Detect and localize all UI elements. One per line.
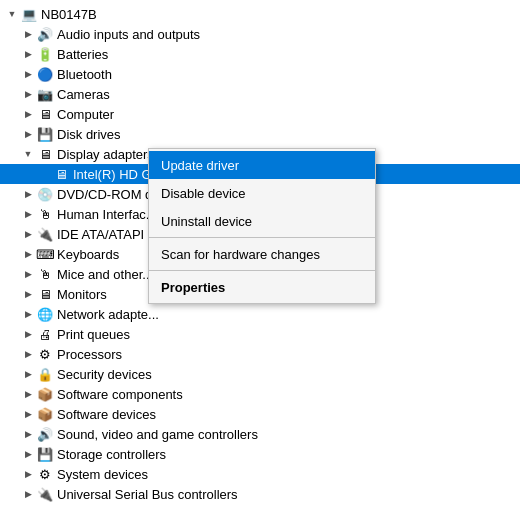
expand-btn-audio[interactable] [20,26,36,42]
expand-btn-ideata[interactable] [20,226,36,242]
menu-item-scan-hardware[interactable]: Scan for hardware changes [149,240,375,268]
tree-label-securitydevices: Security devices [57,367,520,382]
tree-item-diskdrives[interactable]: 💾Disk drives [0,124,520,144]
tree-label-softwaredevices: Software devices [57,407,520,422]
expand-btn-monitors[interactable] [20,286,36,302]
tree-label-usb: Universal Serial Bus controllers [57,487,520,502]
tree-label-processors: Processors [57,347,520,362]
device-icon-computer: 🖥 [36,105,54,123]
tree-item-sound[interactable]: 🔊Sound, video and game controllers [0,424,520,444]
tree-item-storagecontrollers[interactable]: 💾Storage controllers [0,444,520,464]
device-icon-mice: 🖱 [36,265,54,283]
expand-btn-computer[interactable] [20,106,36,122]
tree-label-sound: Sound, video and game controllers [57,427,520,442]
tree-label-storagecontrollers: Storage controllers [57,447,520,462]
tree-item-batteries[interactable]: 🔋Batteries [0,44,520,64]
device-icon-displayadapters: 🖥 [36,145,54,163]
tree-item-nb0147b[interactable]: 💻NB0147B [0,4,520,24]
device-icon-storagecontrollers: 💾 [36,445,54,463]
device-icon-nb0147b: 💻 [20,5,38,23]
menu-item-disable-device[interactable]: Disable device [149,179,375,207]
expand-btn-storagecontrollers[interactable] [20,446,36,462]
menu-divider-2 [149,270,375,271]
menu-item-properties[interactable]: Properties [149,273,375,301]
device-icon-keyboards: ⌨ [36,245,54,263]
device-icon-usb: 🔌 [36,485,54,503]
tree-item-networkadapters[interactable]: 🌐Network adapte... [0,304,520,324]
device-icon-cameras: 📷 [36,85,54,103]
device-icon-batteries: 🔋 [36,45,54,63]
expand-btn-printqueues[interactable] [20,326,36,342]
expand-btn-sound[interactable] [20,426,36,442]
device-icon-printqueues: 🖨 [36,325,54,343]
device-icon-securitydevices: 🔒 [36,365,54,383]
expand-btn-processors[interactable] [20,346,36,362]
expand-btn-bluetooth[interactable] [20,66,36,82]
menu-item-update-driver[interactable]: Update driver [149,151,375,179]
expand-btn-securitydevices[interactable] [20,366,36,382]
expand-btn-usb[interactable] [20,486,36,502]
expand-btn-mice[interactable] [20,266,36,282]
expand-btn-nb0147b[interactable] [4,6,20,22]
device-icon-diskdrives: 💾 [36,125,54,143]
tree-item-systemdevices[interactable]: ⚙System devices [0,464,520,484]
expand-btn-diskdrives[interactable] [20,126,36,142]
tree-item-computer[interactable]: 🖥Computer [0,104,520,124]
menu-divider-1 [149,237,375,238]
context-menu: Update driverDisable deviceUninstall dev… [148,148,376,304]
tree-item-audio[interactable]: 🔊Audio inputs and outputs [0,24,520,44]
tree-label-bluetooth: Bluetooth [57,67,520,82]
expand-btn-networkadapters[interactable] [20,306,36,322]
tree-label-batteries: Batteries [57,47,520,62]
tree-item-usb[interactable]: 🔌Universal Serial Bus controllers [0,484,520,504]
tree-item-bluetooth[interactable]: 🔵Bluetooth [0,64,520,84]
tree-item-cameras[interactable]: 📷Cameras [0,84,520,104]
tree-item-processors[interactable]: ⚙Processors [0,344,520,364]
expand-btn-batteries[interactable] [20,46,36,62]
expand-btn-keyboards[interactable] [20,246,36,262]
device-icon-processors: ⚙ [36,345,54,363]
tree-label-computer: Computer [57,107,520,122]
tree-label-diskdrives: Disk drives [57,127,520,142]
device-icon-dvdcd: 💿 [36,185,54,203]
device-icon-networkadapters: 🌐 [36,305,54,323]
device-icon-sound: 🔊 [36,425,54,443]
expand-btn-dvdcd[interactable] [20,186,36,202]
expand-btn-systemdevices[interactable] [20,466,36,482]
device-icon-ideata: 🔌 [36,225,54,243]
expand-btn-humaninterface[interactable] [20,206,36,222]
device-icon-monitors: 🖥 [36,285,54,303]
tree-item-printqueues[interactable]: 🖨Print queues [0,324,520,344]
menu-item-uninstall-device[interactable]: Uninstall device [149,207,375,235]
tree-label-cameras: Cameras [57,87,520,102]
expand-btn-displayadapters[interactable] [20,146,36,162]
tree-label-networkadapters: Network adapte... [57,307,520,322]
device-manager-tree: 💻NB0147B🔊Audio inputs and outputs🔋Batter… [0,0,520,522]
device-icon-intelhd: 🖥 [52,165,70,183]
tree-label-systemdevices: System devices [57,467,520,482]
device-icon-bluetooth: 🔵 [36,65,54,83]
tree-label-printqueues: Print queues [57,327,520,342]
tree-label-nb0147b: NB0147B [41,7,520,22]
device-icon-softwaredevices: 📦 [36,405,54,423]
tree-item-softwarecomponents[interactable]: 📦Software components [0,384,520,404]
expand-btn-softwaredevices[interactable] [20,406,36,422]
tree-item-softwaredevices[interactable]: 📦Software devices [0,404,520,424]
device-icon-humaninterface: 🖱 [36,205,54,223]
tree-label-audio: Audio inputs and outputs [57,27,520,42]
tree-label-softwarecomponents: Software components [57,387,520,402]
device-icon-systemdevices: ⚙ [36,465,54,483]
expand-btn-cameras[interactable] [20,86,36,102]
expand-btn-softwarecomponents[interactable] [20,386,36,402]
tree-item-securitydevices[interactable]: 🔒Security devices [0,364,520,384]
device-icon-softwarecomponents: 📦 [36,385,54,403]
device-icon-audio: 🔊 [36,25,54,43]
